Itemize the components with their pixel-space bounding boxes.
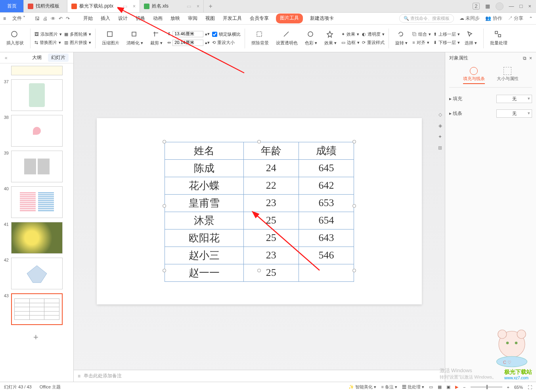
set-transparent-button[interactable]: 设置透明色 xyxy=(274,27,300,50)
tab-pptx[interactable]: 极光下载站.pptx ▭ × xyxy=(67,0,140,12)
save-icon[interactable]: 🖫 xyxy=(35,16,40,21)
mascot-icon[interactable]: C ♡ xyxy=(490,325,534,368)
fill-select[interactable]: 无 xyxy=(496,95,532,103)
tab-present-icon[interactable]: ▭ xyxy=(123,4,127,9)
transparency-dropdown[interactable]: ◐ 透明度 ▾ xyxy=(362,31,385,37)
lock-ratio-checkbox[interactable]: 锁定纵横比 xyxy=(212,31,241,37)
image-stitch-button[interactable]: ▥ 图片拼接 ▾ xyxy=(64,40,91,46)
slide-thumb-37[interactable] xyxy=(11,79,63,111)
rail-icon[interactable]: ◇ xyxy=(438,112,442,117)
select-button[interactable]: 选择 ▾ xyxy=(462,27,479,50)
insert-shape-button[interactable]: 插入形状 xyxy=(4,27,26,50)
slide-thumb-43[interactable] xyxy=(11,293,63,325)
print-icon[interactable]: 🖨 xyxy=(43,16,48,21)
colorify-button[interactable]: 色彩 ▾ xyxy=(302,27,320,50)
new-tab-button[interactable]: + xyxy=(204,0,217,12)
redo-icon[interactable]: ↷ xyxy=(66,16,70,21)
pin-icon[interactable]: ⧉ xyxy=(523,55,526,61)
slide-thumb-39[interactable] xyxy=(11,151,63,182)
rail-icon[interactable]: ◈ xyxy=(438,123,442,128)
slide-thumb-41[interactable] xyxy=(11,222,63,254)
bring-forward-button[interactable]: ⬆ 上移一层 ▾ xyxy=(433,31,460,37)
zoom-in-icon[interactable]: + xyxy=(507,385,509,390)
reset-size-button[interactable]: ⟲ 重设大小 xyxy=(212,40,241,46)
outline-tab-slides[interactable]: 幻灯片 xyxy=(48,54,69,62)
height-input[interactable]: ⇕ ▴▾ xyxy=(167,31,210,37)
view-slideshow-icon[interactable]: ▶ xyxy=(455,384,458,390)
undo-icon[interactable]: ↶ xyxy=(59,16,63,21)
rail-icon[interactable]: ⊞ xyxy=(438,145,442,151)
tab-review[interactable]: 审阅 xyxy=(187,13,198,23)
resize-handle[interactable] xyxy=(163,269,166,272)
slide-thumb-40[interactable] xyxy=(11,186,63,218)
rail-icon[interactable]: ✦ xyxy=(438,134,442,140)
tab-picture-tools[interactable]: 图片工具 xyxy=(276,13,303,23)
add-slide-button[interactable]: + xyxy=(2,329,70,346)
reset-style-button[interactable]: ⟳ 重设样式 xyxy=(362,40,385,46)
close-icon[interactable]: × xyxy=(133,4,136,9)
batch-toggle[interactable]: ☰ 批处理 ▾ xyxy=(402,384,424,390)
slide-thumb-partial[interactable] xyxy=(11,66,63,75)
prop-line-row[interactable]: ▸ 线条 无 xyxy=(449,106,532,121)
tab-design[interactable]: 设计 xyxy=(117,13,128,23)
tab-home[interactable]: 首页 xyxy=(0,0,24,12)
crop-button[interactable]: 裁剪 ▾ xyxy=(148,27,165,50)
resize-handle[interactable] xyxy=(163,140,166,143)
tab-start[interactable]: 开始 xyxy=(82,13,94,23)
tab-slideshow[interactable]: 放映 xyxy=(170,13,181,23)
resize-handle[interactable] xyxy=(352,204,356,208)
view-normal-icon[interactable]: ▭ xyxy=(429,384,433,390)
line-select[interactable]: 无 xyxy=(496,109,532,118)
clarify-button[interactable]: 清晰化 ▾ xyxy=(124,27,145,50)
avatar[interactable] xyxy=(496,2,503,10)
tab-animation[interactable]: 动画 xyxy=(152,13,163,23)
prop-fill-row[interactable]: ▸ 填充 无 xyxy=(449,92,532,106)
tab-present-icon[interactable]: ▭ xyxy=(187,4,191,9)
add-image-button[interactable]: 🖼 添加图片 ▾ xyxy=(34,31,62,37)
prop-tab-fill-line[interactable]: 填充与线条 xyxy=(463,67,485,84)
selected-object-frame[interactable]: 姓名年龄成绩 陈成24645 花小蝶22642 皇甫雪23653 沐景25654… xyxy=(165,142,354,270)
slide-thumb-42[interactable] xyxy=(11,258,63,289)
close-icon[interactable]: × xyxy=(197,4,199,9)
batch-button[interactable]: 批量处理 xyxy=(488,27,510,50)
search-input[interactable]: 🔍 查找命令、搜索模板 xyxy=(399,14,454,23)
replace-image-button[interactable]: ⇆ 替换图片 ▾ xyxy=(34,40,62,46)
tab-transition[interactable]: 切换 xyxy=(135,13,146,23)
width-input[interactable]: ⇔ ▴▾ xyxy=(167,40,210,46)
tab-view[interactable]: 视图 xyxy=(205,13,216,23)
resize-handle[interactable] xyxy=(352,269,356,272)
preview-icon[interactable]: 👁 xyxy=(51,16,56,21)
file-menu[interactable]: 文件 ˅ xyxy=(10,14,28,23)
outline-tab-outline[interactable]: 大纲 xyxy=(32,54,42,61)
zoom-out-icon[interactable]: − xyxy=(463,385,465,390)
prop-tab-size[interactable]: 大小与属性 xyxy=(497,67,519,84)
collapse-panel-icon[interactable]: « xyxy=(5,55,8,61)
tab-devtools[interactable]: 开发工具 xyxy=(222,13,243,23)
beautify-button[interactable]: ✨ 智能美化 ▾ xyxy=(348,384,376,390)
view-reading-icon[interactable]: ▣ xyxy=(446,384,450,390)
sync-button[interactable]: ☁ 未同步 xyxy=(459,15,480,22)
slide-thumb-38[interactable] xyxy=(11,115,63,147)
resize-handle[interactable] xyxy=(257,269,261,272)
view-sorter-icon[interactable]: ▦ xyxy=(438,384,442,390)
maximize-icon[interactable]: □ xyxy=(520,3,523,9)
tab-member[interactable]: 会员专享 xyxy=(249,13,270,23)
zoom-value[interactable]: 65% xyxy=(514,385,523,390)
thumbnails-list[interactable]: 37 38 39 40 41 42 43 + xyxy=(0,63,73,382)
grid-icon[interactable]: ▦ xyxy=(485,3,490,9)
tab-templates[interactable]: 找稻壳模板 xyxy=(24,0,67,12)
close-panel-icon[interactable]: × xyxy=(529,55,532,61)
effect-button[interactable]: 效果 ▾ xyxy=(322,27,339,50)
resize-handle[interactable] xyxy=(163,204,166,208)
slide-canvas[interactable]: 姓名年龄成绩 陈成24645 花小蝶22642 皇甫雪23653 沐景25654… xyxy=(97,118,422,304)
border-dropdown[interactable]: ▭ 边框 ▾ xyxy=(341,40,360,46)
app-menu-icon[interactable]: ≡ xyxy=(3,16,6,21)
tab-insert[interactable]: 插入 xyxy=(100,13,111,23)
effect-dropdown[interactable]: ✦ 效果 ▾ xyxy=(341,31,360,37)
share-button[interactable]: ↗ 分享 xyxy=(508,15,523,22)
menu-more-icon[interactable]: ⌃ xyxy=(529,16,533,21)
collab-button[interactable]: 👥 协作 xyxy=(485,15,502,22)
close-window-icon[interactable]: × xyxy=(528,3,531,9)
multi-outline-button[interactable]: ▦ 多图轮播 ▾ xyxy=(64,31,91,37)
send-backward-button[interactable]: ⬇ 下移一层 ▾ xyxy=(433,40,460,46)
